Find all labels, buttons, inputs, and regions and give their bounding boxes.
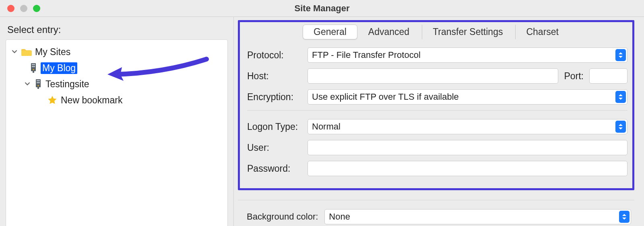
updown-caret-icon [615, 91, 626, 103]
encryption-select[interactable]: Use explicit FTP over TLS if available [308, 89, 627, 105]
row-background-color: Background color: None [238, 200, 634, 224]
server-icon [34, 79, 42, 89]
encryption-label: Encryption: [247, 92, 308, 103]
tree-row-new-bookmark[interactable]: New bookmark [8, 92, 225, 108]
tab-advanced[interactable]: Advanced [357, 25, 420, 39]
svg-rect-4 [33, 71, 34, 73]
svg-rect-7 [37, 82, 40, 83]
window-title: Site Manager [0, 3, 644, 14]
background-color-label: Background color: [247, 212, 318, 222]
logon-type-select[interactable]: Normal [308, 119, 627, 134]
row-password: Password: [247, 161, 627, 176]
svg-point-8 [37, 85, 39, 86]
row-logon-type: Logon Type: Normal [247, 119, 627, 134]
protocol-value: FTP - File Transfer Protocol [312, 50, 421, 60]
tab-charset[interactable]: Charset [515, 25, 570, 39]
settings-pane: General Advanced Transfer Settings Chars… [233, 17, 644, 226]
entry-list-pane: Select entry: My Sites My Blog [0, 17, 233, 226]
updown-caret-icon [615, 121, 626, 133]
protocol-label: Protocol: [247, 50, 308, 61]
row-protocol: Protocol: FTP - File Transfer Protocol [247, 47, 627, 63]
tree-label-my-sites: My Sites [35, 47, 70, 58]
tab-strip: General Advanced Transfer Settings Chars… [242, 23, 631, 47]
chevron-down-icon[interactable] [24, 81, 31, 88]
svg-rect-6 [37, 80, 40, 81]
updown-caret-icon [615, 49, 626, 61]
zoom-window-button[interactable] [33, 5, 40, 12]
row-encryption: Encryption: Use explicit FTP over TLS if… [247, 89, 627, 105]
svg-rect-2 [32, 66, 35, 67]
svg-point-3 [33, 69, 34, 70]
general-form: Protocol: FTP - File Transfer Protocol H… [242, 47, 631, 176]
background-color-value: None [329, 212, 350, 222]
traffic-lights [7, 5, 40, 12]
background-color-select[interactable]: None [324, 209, 631, 224]
site-tree[interactable]: My Sites My Blog Testingsite [6, 39, 228, 226]
titlebar: Site Manager [0, 0, 644, 17]
tree-row-my-blog[interactable]: My Blog [8, 60, 225, 76]
port-input[interactable] [589, 68, 627, 84]
main-split: Select entry: My Sites My Blog [0, 17, 644, 226]
tree-row-testingsite[interactable]: Testingsite [8, 76, 225, 92]
tree-label-testingsite: Testingsite [45, 79, 89, 90]
host-label: Host: [247, 71, 308, 82]
server-icon [29, 63, 37, 73]
close-window-button[interactable] [7, 5, 14, 12]
user-input[interactable] [308, 140, 627, 155]
tab-transfer-settings[interactable]: Transfer Settings [422, 25, 514, 39]
tab-general[interactable]: General [303, 25, 357, 39]
logon-type-label: Logon Type: [247, 121, 308, 132]
user-label: User: [247, 142, 308, 153]
row-host: Host: Port: [247, 68, 627, 84]
row-user: User: [247, 140, 627, 155]
select-entry-label: Select entry: [7, 24, 228, 35]
minimize-window-button[interactable] [20, 5, 27, 12]
svg-rect-1 [32, 64, 35, 65]
chevron-down-icon[interactable] [11, 49, 18, 55]
folder-icon [21, 47, 32, 56]
tree-label-new-bookmark: New bookmark [61, 95, 122, 106]
logon-type-value: Normal [312, 121, 341, 132]
password-input[interactable] [308, 161, 627, 176]
tree-row-my-sites[interactable]: My Sites [8, 44, 225, 60]
annotation-highlight-box: General Advanced Transfer Settings Chars… [238, 20, 634, 190]
password-label: Password: [247, 163, 308, 174]
port-label: Port: [564, 71, 584, 82]
protocol-select[interactable]: FTP - File Transfer Protocol [308, 47, 627, 63]
updown-caret-icon [619, 211, 630, 223]
host-input[interactable] [308, 68, 558, 84]
svg-rect-9 [37, 87, 39, 89]
encryption-value: Use explicit FTP over TLS if available [312, 92, 459, 102]
tree-label-my-blog: My Blog [41, 62, 77, 74]
star-icon [47, 95, 58, 105]
section-divider [247, 110, 627, 114]
